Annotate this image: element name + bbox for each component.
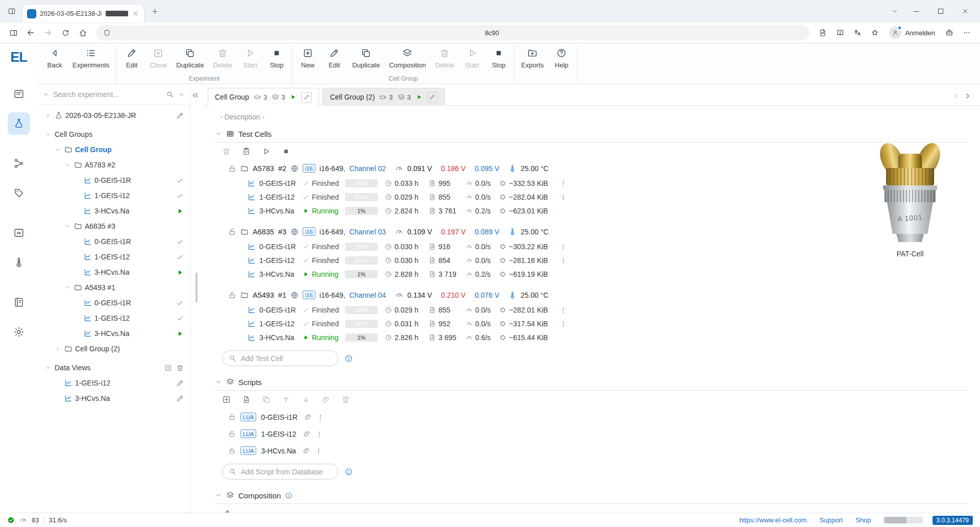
lock-icon[interactable] xyxy=(228,291,236,299)
info-icon[interactable] xyxy=(345,354,353,363)
search-icon[interactable] xyxy=(166,90,174,99)
lock-icon[interactable] xyxy=(228,164,236,173)
delete-cell-button[interactable] xyxy=(222,147,231,156)
rail-item-temperature[interactable] xyxy=(8,251,30,274)
script-run-row[interactable]: 0-GEIS-i1R Finished 100% xyxy=(215,303,980,317)
script-row[interactable]: LUA 3-HCvs.Na xyxy=(215,442,980,459)
rail-item-settings[interactable] xyxy=(8,321,30,343)
link-shop[interactable]: Shop xyxy=(855,516,871,524)
script-run-row[interactable]: 1-GEIS-i12 Finished 100% xyxy=(215,317,980,330)
rail-item-workflows[interactable] xyxy=(8,152,30,175)
tree-item-data-view[interactable]: 1-GEIS-i12 xyxy=(37,375,190,391)
add-script-button[interactable] xyxy=(222,395,231,404)
duplicate-script-button[interactable] xyxy=(262,395,271,404)
start-cell-button[interactable] xyxy=(262,147,271,156)
tree-expander[interactable] xyxy=(43,131,52,137)
tree-expander[interactable] xyxy=(43,112,52,118)
panel-splitter[interactable] xyxy=(190,84,203,513)
move-script-down-button[interactable] xyxy=(302,395,310,404)
tree-item-script[interactable]: 3-HCvs.Na xyxy=(37,265,190,280)
tree-item-a5783-2[interactable]: A5783 #2 xyxy=(37,157,190,173)
profile-button[interactable]: Anmelden xyxy=(884,25,940,40)
window-close-button[interactable] xyxy=(954,3,976,20)
tree-item-a5493-1[interactable]: A5493 #1 xyxy=(37,280,190,295)
row-menu-icon[interactable] xyxy=(559,179,571,187)
tree-expander[interactable] xyxy=(43,365,52,371)
edit-composition-button[interactable] xyxy=(222,509,980,513)
tree-item-data-views[interactable]: Data Views xyxy=(37,360,190,375)
tree-expander[interactable] xyxy=(63,223,71,229)
tree-item-a6835-3[interactable]: A6835 #3 xyxy=(37,219,190,234)
link-support[interactable]: Support xyxy=(820,516,843,524)
channel-link[interactable]: Channel 03 xyxy=(349,228,386,236)
script-row[interactable]: LUA 0-GEIS-i1R xyxy=(215,409,980,425)
row-menu-icon[interactable] xyxy=(559,305,571,314)
lock-icon[interactable] xyxy=(228,430,236,438)
tree-item-data-view[interactable]: 3-HCvs.Na xyxy=(37,391,190,406)
tree-expander[interactable] xyxy=(63,284,71,291)
paperclip-icon[interactable] xyxy=(303,430,311,438)
extensions-icon[interactable] xyxy=(941,25,958,41)
add-script-input[interactable] xyxy=(241,468,332,476)
delete-script-button[interactable] xyxy=(341,395,350,404)
collapse-panel-icon[interactable] xyxy=(178,91,185,98)
tree-item-script[interactable]: 3-HCvs.Na xyxy=(37,203,190,219)
paperclip-icon[interactable] xyxy=(303,447,310,454)
add-test-cell-box[interactable] xyxy=(222,350,338,366)
translate-icon[interactable] xyxy=(849,25,866,41)
channel-link[interactable]: Channel 02 xyxy=(349,164,386,173)
tab-cell-group[interactable]: Cell Group 3 3 xyxy=(208,88,319,106)
row-menu-icon[interactable] xyxy=(315,429,327,438)
lock-icon[interactable] xyxy=(228,413,236,421)
search-input[interactable] xyxy=(53,90,162,99)
tree-item-script[interactable]: 0-GEIS-i1R xyxy=(37,295,190,310)
favorites-icon[interactable] xyxy=(832,25,848,41)
collapse-section-icon[interactable] xyxy=(215,378,222,386)
browser-tab[interactable]: 2026-03-05-E2138-JR - xyxy=(22,5,144,22)
script-run-row[interactable]: 3-HCvs.Na Running 1% 2. xyxy=(215,330,980,344)
import-script-button[interactable] xyxy=(242,395,251,404)
tab-close-icon[interactable] xyxy=(132,10,139,17)
rail-item-overview[interactable] xyxy=(8,83,30,105)
filter-chevron-icon[interactable] xyxy=(42,91,50,98)
tab-edit-button[interactable] xyxy=(301,92,312,103)
tree-item-cell-groups[interactable]: Cell Groups xyxy=(37,127,190,142)
history-back-icon[interactable] xyxy=(952,92,960,100)
window-maximize-button[interactable] xyxy=(930,3,951,20)
tree-expander[interactable] xyxy=(53,346,62,352)
rail-item-journal[interactable] xyxy=(8,291,30,314)
splitter-grip[interactable] xyxy=(195,273,198,302)
info-icon[interactable] xyxy=(345,468,353,476)
browser-home-button[interactable] xyxy=(75,25,91,41)
row-menu-icon[interactable] xyxy=(559,193,571,201)
lock-icon[interactable] xyxy=(228,447,236,454)
workspace-icon[interactable] xyxy=(4,4,19,19)
lock-icon[interactable] xyxy=(228,228,236,236)
tree-item-script[interactable]: 1-GEIS-i12 xyxy=(37,188,190,203)
tab-edit-button[interactable] xyxy=(427,92,438,103)
attach-script-button[interactable] xyxy=(322,395,330,404)
link-el-cell[interactable]: https://www.el-cell.com xyxy=(739,516,806,524)
script-row[interactable]: LUA 1-GEIS-i12 xyxy=(215,425,980,442)
tree-item-script[interactable]: 3-HCvs.Na xyxy=(37,326,190,341)
tree-expander[interactable] xyxy=(53,147,62,153)
tree-item-experiment-root[interactable]: 2026-03-05-E2138-JR xyxy=(37,108,190,123)
rail-item-tags[interactable] xyxy=(8,182,30,204)
tree-item-script[interactable]: 1-GEIS-i12 xyxy=(37,310,190,326)
move-script-up-button[interactable] xyxy=(282,395,290,404)
tab-list-chevron-icon[interactable] xyxy=(887,4,902,19)
bookmark-star-icon[interactable] xyxy=(867,25,883,41)
browser-menu-icon[interactable] xyxy=(959,25,975,41)
row-menu-icon[interactable] xyxy=(316,413,328,421)
browser-refresh-button[interactable] xyxy=(57,25,74,41)
reading-view-icon[interactable] xyxy=(815,25,831,41)
collapse-section-icon[interactable] xyxy=(215,492,222,499)
site-permissions-icon[interactable] xyxy=(103,29,111,37)
add-test-cell-input[interactable] xyxy=(241,354,332,363)
rail-item-experiments[interactable] xyxy=(8,112,30,135)
tree-item-cell-group[interactable]: Cell Group xyxy=(37,142,190,157)
report-button[interactable] xyxy=(242,147,251,156)
browser-back-button[interactable] xyxy=(22,25,39,41)
row-menu-icon[interactable] xyxy=(559,242,571,251)
row-menu-icon[interactable] xyxy=(559,256,571,265)
